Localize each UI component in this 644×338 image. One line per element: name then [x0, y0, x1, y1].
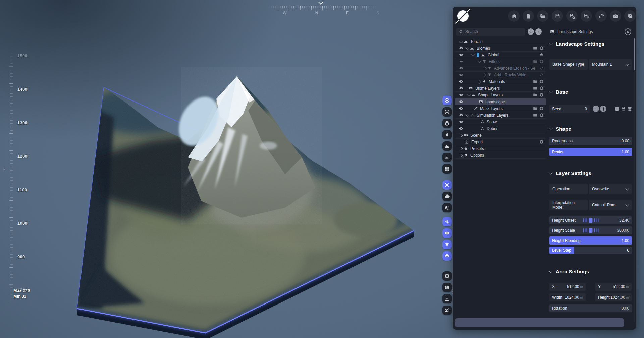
tool-snapshot-button[interactable]	[442, 283, 452, 292]
chevron-down-icon[interactable]	[471, 52, 475, 56]
peaks-slider[interactable]: Peaks 1.00	[549, 148, 632, 156]
height-offset-scrubber[interactable]: Height Offset 32.40	[549, 216, 632, 224]
search-next-button[interactable]	[535, 28, 542, 35]
tool-terrain-wheel-alt-button[interactable]	[442, 107, 452, 117]
chevron-right-icon[interactable]	[459, 147, 463, 150]
tool-flame-button[interactable]	[442, 130, 452, 139]
scrollbar-track[interactable]	[634, 38, 635, 322]
tool-contour-button[interactable]	[442, 119, 452, 128]
area-x-field[interactable]: X 512.00 m	[549, 283, 586, 291]
tool-record-button[interactable]	[442, 271, 452, 281]
new-file-button[interactable]	[523, 10, 534, 22]
section-landscape-settings[interactable]: Landscape Settings	[549, 41, 604, 47]
tool-filter-button[interactable]	[442, 240, 452, 249]
folder-icon[interactable]	[533, 46, 537, 50]
interpolation-mode-dropdown[interactable]: Catmull-Rom	[589, 200, 632, 210]
tree-row-biome-layers[interactable]: Biome Layers	[455, 85, 546, 92]
seed-decrement-button[interactable]	[593, 106, 599, 112]
eye-icon[interactable]	[459, 53, 463, 57]
collapse-all-button[interactable]	[528, 28, 534, 35]
chevron-right-icon[interactable]	[459, 153, 463, 157]
eye-icon[interactable]	[459, 46, 463, 50]
tool-stats-button[interactable]	[442, 306, 452, 315]
tree-row-landscape[interactable]: Landscape	[455, 98, 546, 105]
sync-button[interactable]	[595, 10, 607, 22]
eye-icon[interactable]	[459, 73, 463, 77]
roughness-slider[interactable]: Roughness 0.00	[549, 137, 632, 145]
tree-row-shape-layers[interactable]: Shape Layers	[455, 92, 546, 98]
folder-icon[interactable]	[533, 86, 537, 90]
eye-off-icon[interactable]	[459, 59, 463, 64]
tool-sun-button[interactable]	[442, 180, 452, 190]
randomize-dice-icon[interactable]	[614, 106, 620, 111]
tool-grid-button[interactable]	[442, 164, 452, 174]
tool-layers-button[interactable]	[442, 251, 452, 261]
eye-icon[interactable]	[459, 120, 463, 124]
tree-row-materials[interactable]: Materials	[455, 78, 546, 85]
layers-icon[interactable]	[539, 53, 544, 57]
eye-icon[interactable]	[459, 79, 463, 84]
add-icon[interactable]	[539, 106, 544, 111]
tool-island-button[interactable]	[442, 153, 452, 162]
level-step-slider[interactable]: Level Step 6	[549, 247, 632, 254]
base-shape-type-dropdown[interactable]: Mountain 1	[589, 59, 632, 70]
open-project-button[interactable]	[537, 10, 548, 22]
rotation-slider[interactable]: Rotation 0.00	[549, 304, 632, 312]
screenshot-button[interactable]	[610, 10, 621, 22]
eye-icon[interactable]	[459, 106, 463, 111]
chevron-right-icon[interactable]	[459, 133, 463, 137]
save-as-button[interactable]	[566, 10, 578, 22]
home-button[interactable]	[508, 10, 520, 22]
tool-download-button[interactable]	[442, 294, 452, 303]
height-scale-scrubber[interactable]: Height Scale 300.00	[549, 226, 632, 234]
tree-row-snow[interactable]: Snow	[455, 119, 546, 125]
eye-icon[interactable]	[459, 113, 463, 117]
chevron-down-icon[interactable]	[465, 113, 469, 116]
refresh-icon[interactable]	[539, 73, 544, 77]
tree-row-biomes[interactable]: Biomes	[455, 45, 546, 52]
chevron-down-icon[interactable]	[477, 59, 481, 63]
folder-icon[interactable]	[533, 113, 537, 117]
tree-row-presets[interactable]: Presets	[455, 145, 546, 152]
tree-row-terrain[interactable]: Terrain	[455, 38, 546, 45]
section-area-settings[interactable]: Area Settings	[549, 269, 589, 274]
area-height-field[interactable]: Height 1024.00 m	[595, 293, 632, 301]
folder-icon[interactable]	[533, 106, 537, 111]
eye-icon[interactable]	[459, 66, 463, 70]
tree-row-mask-layers[interactable]: Mask Layers	[455, 105, 546, 112]
add-icon[interactable]	[539, 46, 544, 50]
tool-auto-process-button[interactable]	[442, 217, 452, 226]
expand-panel-arrow[interactable]: ›	[4, 165, 6, 171]
add-icon[interactable]	[539, 79, 544, 84]
add-icon[interactable]	[539, 86, 544, 90]
tool-water-button[interactable]	[442, 203, 452, 212]
operation-dropdown[interactable]: Overwrite	[589, 184, 632, 194]
tree-row-scene[interactable]: Scene	[455, 132, 546, 139]
search-input[interactable]: Search	[456, 28, 525, 36]
folder-icon[interactable]	[533, 59, 537, 64]
seed-field[interactable]: Seed 0	[549, 105, 590, 113]
folder-icon[interactable]	[533, 93, 537, 97]
height-blending-slider[interactable]: Height Blending 1.00	[549, 236, 632, 245]
chevron-down-icon[interactable]	[467, 92, 470, 96]
save-seed-icon[interactable]	[621, 106, 626, 111]
scrollbar-thumb[interactable]	[634, 38, 635, 70]
chevron-down-icon[interactable]	[459, 39, 463, 43]
add-icon[interactable]	[539, 93, 544, 97]
panel-pin-button[interactable]	[625, 28, 631, 35]
add-icon[interactable]	[539, 113, 544, 117]
color-swatch[interactable]	[477, 53, 479, 57]
section-shape[interactable]: Shape	[549, 126, 571, 132]
seed-presets-icon[interactable]	[627, 106, 632, 111]
eye-icon[interactable]	[459, 93, 463, 97]
section-layer-settings[interactable]: Layer Settings	[549, 170, 591, 176]
eye-icon[interactable]	[459, 126, 463, 131]
area-y-field[interactable]: Y 512.00 m	[595, 283, 632, 291]
save-button[interactable]	[552, 10, 563, 22]
tree-row-advanced-erosion[interactable]: Advanced Erosion - Se	[455, 65, 546, 72]
tool-cloud-button[interactable]	[442, 192, 452, 201]
seed-increment-button[interactable]	[600, 106, 606, 112]
tree-row-simulation-layers[interactable]: Simulation Layers	[455, 112, 546, 119]
tree-row-options[interactable]: Options	[455, 152, 546, 159]
eye-icon[interactable]	[459, 86, 463, 90]
